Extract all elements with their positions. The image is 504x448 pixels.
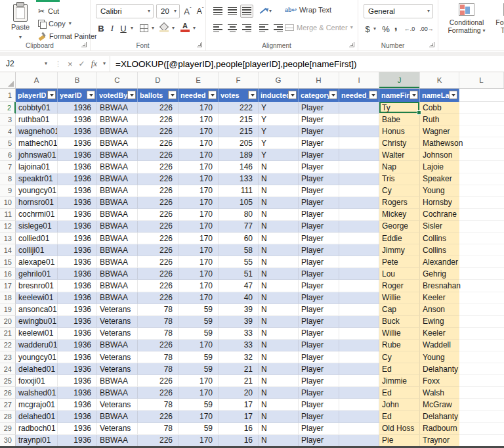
cell[interactable]: 1936	[58, 114, 97, 125]
empty-cell[interactable]	[459, 102, 504, 114]
cell[interactable]	[339, 363, 379, 375]
cell[interactable]: Player	[299, 233, 339, 244]
cell[interactable]	[339, 375, 379, 387]
cell[interactable]: BBWAA	[97, 375, 138, 387]
cell[interactable]: 1936	[58, 233, 97, 244]
cell[interactable]: 226	[138, 137, 178, 149]
cell[interactable]: N	[259, 375, 299, 387]
decrease-font-size-button[interactable]: Aˇ	[194, 4, 206, 18]
cell[interactable]: 146	[219, 161, 259, 173]
cell[interactable]: 1936	[58, 102, 97, 114]
cell[interactable]: Cobb	[420, 102, 459, 114]
cell[interactable]: 1936	[58, 387, 97, 399]
cell[interactable]: 77	[219, 221, 259, 233]
cell[interactable]: N	[259, 161, 299, 173]
row-header-1[interactable]: 1	[0, 89, 16, 102]
cell[interactable]: Player	[299, 375, 339, 387]
cell[interactable]: BBWAA	[97, 244, 138, 256]
cell[interactable]: BBWAA	[97, 340, 138, 351]
cell[interactable]: Player	[299, 209, 339, 221]
cell[interactable]: 1936	[58, 316, 97, 328]
cell[interactable]	[339, 399, 379, 411]
filter-button[interactable]	[168, 91, 177, 99]
column-header-L[interactable]: L	[459, 72, 504, 88]
cell[interactable]: Player	[299, 363, 339, 375]
cell[interactable]: 226	[138, 114, 178, 125]
cell[interactable]: N	[259, 185, 299, 197]
table-header-cell[interactable]: yearID	[58, 89, 97, 102]
cell[interactable]: Player	[299, 340, 339, 351]
cell[interactable]: N	[259, 244, 299, 256]
row-header-20[interactable]: 20	[0, 316, 16, 328]
cell[interactable]: BBWAA	[97, 149, 138, 161]
underline-dropdown[interactable]: ▾	[129, 21, 135, 35]
cell[interactable]: N	[259, 399, 299, 411]
cell[interactable]: 1936	[58, 209, 97, 221]
cell[interactable]: Ruth	[420, 114, 459, 125]
cell[interactable]	[339, 328, 379, 340]
cell[interactable]: Veterans	[97, 399, 138, 411]
cell[interactable]: N	[259, 173, 299, 185]
cell[interactable]: Player	[299, 387, 339, 399]
cell[interactable]: 226	[138, 435, 178, 447]
cell[interactable]: 226	[138, 375, 178, 387]
cell[interactable]: 59	[178, 316, 219, 328]
cell[interactable]: youngcy01	[16, 185, 58, 197]
cell[interactable]: cochrmi01	[16, 209, 58, 221]
cell[interactable]: N	[259, 280, 299, 292]
column-header-C[interactable]: C	[97, 72, 138, 88]
cell[interactable]: BBWAA	[97, 209, 138, 221]
paste-button[interactable]: Paste ▾	[5, 3, 35, 45]
cell[interactable]: Player	[299, 114, 339, 125]
cell[interactable]: 1936	[58, 375, 97, 387]
cell[interactable]: 226	[138, 102, 178, 114]
cell[interactable]: gehrilo01	[16, 268, 58, 280]
cell[interactable]: Collins	[420, 244, 459, 256]
cell[interactable]: 60	[219, 233, 259, 244]
cell[interactable]: Walter	[379, 149, 420, 161]
cell[interactable]: Veterans	[97, 328, 138, 340]
cell[interactable]: Player	[299, 268, 339, 280]
row-header-24[interactable]: 24	[0, 363, 16, 375]
empty-cell[interactable]	[459, 387, 504, 399]
cell[interactable]: 170	[178, 233, 219, 244]
cell[interactable]: 21	[219, 375, 259, 387]
italic-button[interactable]: I	[108, 21, 117, 35]
cell[interactable]: Willie	[379, 292, 420, 304]
cell[interactable]: 226	[138, 233, 178, 244]
cell[interactable]: 59	[178, 304, 219, 316]
row-header-21[interactable]: 21	[0, 328, 16, 340]
cell[interactable]: Willie	[379, 328, 420, 340]
cell[interactable]	[339, 173, 379, 185]
cell[interactable]: 1936	[58, 435, 97, 447]
conditional-formatting-button[interactable]: Conditional Formatting ▾	[445, 3, 488, 34]
empty-header-cell[interactable]	[459, 89, 504, 102]
copy-button[interactable]: Copy ▾	[38, 17, 72, 30]
row-header-12[interactable]: 12	[0, 221, 16, 233]
cell[interactable]: Player	[299, 351, 339, 363]
confirm-entry-button[interactable]: ✓	[79, 59, 85, 68]
cell[interactable]: 170	[178, 280, 219, 292]
cell[interactable]: Player	[299, 280, 339, 292]
cell[interactable]: 170	[178, 375, 219, 387]
column-header-G[interactable]: G	[259, 72, 299, 88]
fill-color-button[interactable]	[158, 20, 170, 35]
cell[interactable]: 226	[138, 244, 178, 256]
row-header-14[interactable]: 14	[0, 244, 16, 256]
filter-button[interactable]	[127, 91, 136, 99]
cell[interactable]	[339, 161, 379, 173]
row-header-17[interactable]: 17	[0, 280, 16, 292]
column-header-K[interactable]: K	[420, 72, 459, 88]
cell[interactable]: N	[259, 363, 299, 375]
row-header-9[interactable]: 9	[0, 185, 16, 197]
cell[interactable]: johnswa01	[16, 149, 58, 161]
cell[interactable]: Player	[299, 244, 339, 256]
cell[interactable]: 170	[178, 435, 219, 447]
cell[interactable]: 1936	[58, 423, 97, 435]
row-header-15[interactable]: 15	[0, 256, 16, 268]
row-header-29[interactable]: 29	[0, 423, 16, 435]
row-header-8[interactable]: 8	[0, 173, 16, 185]
active-cell[interactable]: Ty	[379, 102, 420, 114]
cell[interactable]	[339, 411, 379, 422]
filter-button[interactable]	[248, 91, 257, 99]
